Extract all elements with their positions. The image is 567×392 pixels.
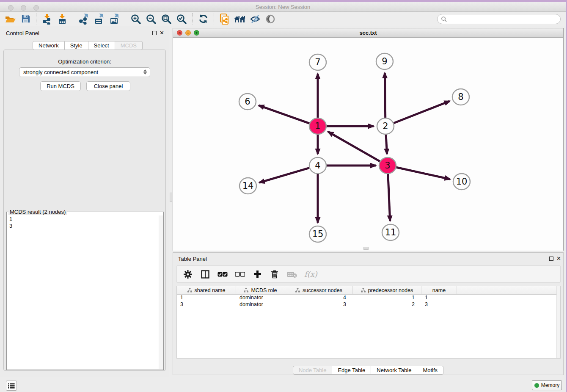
tab-select[interactable]: Select — [88, 41, 115, 50]
search-input[interactable] — [437, 14, 561, 24]
table-cell: 3 — [177, 301, 236, 308]
graph-edge[interactable] — [259, 105, 309, 123]
select-all-button[interactable] — [217, 271, 228, 277]
deselect-all-button[interactable] — [235, 271, 245, 277]
task-history-button[interactable] — [6, 381, 17, 391]
home-icon[interactable] — [232, 13, 248, 25]
table-cell: 1 — [177, 295, 236, 301]
graph-edge[interactable] — [396, 167, 450, 179]
column-header[interactable]: MCDS role — [236, 286, 285, 294]
close-panel-button[interactable]: Close panel — [86, 81, 130, 91]
memory-label: Memory — [541, 382, 559, 388]
show-columns-button[interactable] — [200, 270, 210, 279]
main-toolbar — [0, 12, 566, 26]
refresh-icon[interactable] — [195, 13, 211, 25]
export-network-icon[interactable] — [76, 13, 91, 25]
graph-node-label: 1 — [315, 121, 320, 131]
open-icon[interactable] — [3, 13, 18, 25]
column-header-label: MCDS role — [251, 287, 277, 293]
table-cell: dominator — [236, 301, 285, 308]
toolbar-separator — [192, 13, 193, 25]
graph-edge[interactable] — [394, 101, 450, 123]
add-column-button[interactable] — [252, 270, 262, 278]
unchecked-boxes-icon — [235, 271, 245, 277]
column-header[interactable]: name — [421, 286, 457, 294]
copy-network-icon[interactable] — [217, 13, 232, 25]
export-network-icon — [78, 14, 90, 25]
delete-column-button[interactable] — [270, 270, 280, 279]
network-window-title: scc.txt — [173, 30, 563, 36]
table-panel: Table Panel ✕ — [173, 252, 564, 375]
export-image-icon[interactable] — [107, 13, 122, 25]
fx-icon: f(x) — [304, 270, 317, 279]
network-window: ✕ − + scc.txt 7968124314101511 — [173, 28, 564, 251]
delete-table-icon — [287, 271, 297, 278]
graph-edge[interactable] — [328, 132, 380, 161]
control-panel-tabs: Network Style Select MCDS — [33, 41, 143, 50]
search-icon — [441, 16, 447, 22]
birds-eye-icon[interactable] — [263, 13, 278, 25]
tab-network-table[interactable]: Network Table — [371, 366, 417, 375]
graph-edge[interactable] — [388, 174, 390, 221]
mcds-result-scrollbar[interactable] — [159, 215, 163, 369]
close-panel-icon[interactable]: ✕ — [160, 30, 164, 36]
save-icon[interactable] — [18, 13, 33, 25]
tab-style[interactable]: Style — [65, 41, 88, 50]
criterion-dropdown-value: strongly connected component — [23, 69, 98, 75]
table-scrollbar[interactable] — [556, 286, 560, 358]
function-builder-button[interactable]: f(x) — [304, 270, 317, 279]
zoom-fit-icon[interactable] — [159, 13, 174, 25]
column-header-label: predecessor nodes — [368, 287, 413, 293]
zoom-selected-icon[interactable] — [174, 13, 189, 25]
list-icon — [8, 383, 15, 389]
optimization-criterion-label: Optimization criterion: — [4, 58, 165, 65]
graph-edge[interactable] — [385, 73, 385, 118]
import-table-icon — [57, 14, 68, 25]
column-header[interactable]: successor nodes — [285, 286, 353, 294]
birds-eye-icon — [265, 14, 275, 24]
mcds-result-text[interactable]: 1 3 — [7, 215, 15, 230]
criterion-dropdown[interactable]: strongly connected component — [19, 67, 150, 77]
close-panel-icon[interactable]: ✕ — [556, 255, 561, 262]
tab-mcds[interactable]: MCDS — [115, 41, 143, 50]
graph-edge[interactable] — [386, 135, 387, 154]
toolbar-separator — [36, 13, 36, 25]
hide-details-icon — [250, 14, 261, 24]
panel-divider-handle[interactable] — [170, 193, 172, 202]
graph-edge[interactable] — [259, 168, 309, 183]
table-row[interactable]: 3dominator323 — [177, 301, 560, 308]
run-mcds-button[interactable]: Run MCDS — [40, 81, 81, 91]
float-panel-icon[interactable] — [549, 257, 553, 261]
zoom-out-icon[interactable] — [143, 13, 159, 25]
import-network-icon — [41, 14, 52, 25]
toolbar-separator — [125, 13, 125, 25]
table-body: 1dominator4113dominator323 — [177, 295, 560, 308]
import-table-icon[interactable] — [55, 13, 70, 25]
memory-button[interactable]: Memory — [532, 380, 562, 390]
tab-motifs[interactable]: Motifs — [417, 366, 443, 375]
tab-edge-table[interactable]: Edge Table — [332, 366, 371, 375]
table-settings-button[interactable] — [183, 270, 193, 279]
toolbar-separator — [73, 13, 73, 25]
gear-icon — [183, 270, 193, 279]
table-row[interactable]: 1dominator411 — [177, 295, 560, 301]
destroy-table-button[interactable] — [287, 271, 297, 278]
hide-details-icon[interactable] — [248, 13, 263, 25]
columns-icon — [201, 270, 209, 279]
network-canvas[interactable]: 7968124314101511 — [173, 38, 563, 251]
node-table: shared nameMCDS rolesuccessor nodesprede… — [176, 286, 561, 359]
tab-network[interactable]: Network — [33, 41, 65, 50]
hierarchy-icon — [187, 288, 192, 293]
export-table-icon[interactable] — [91, 13, 107, 25]
import-network-icon[interactable] — [39, 13, 55, 25]
zoom-in-icon[interactable] — [128, 13, 143, 25]
column-header[interactable]: shared name — [177, 286, 236, 294]
control-panel-title: Control Panel — [6, 30, 39, 36]
float-panel-icon[interactable] — [152, 31, 157, 35]
tab-node-table[interactable]: Node Table — [293, 366, 333, 375]
network-scroll-grip[interactable] — [363, 247, 369, 250]
open-icon — [4, 14, 16, 24]
column-header[interactable]: predecessor nodes — [353, 286, 421, 294]
window-titlebar: Session: New Session — [0, 2, 566, 12]
window-title: Session: New Session — [0, 4, 566, 10]
